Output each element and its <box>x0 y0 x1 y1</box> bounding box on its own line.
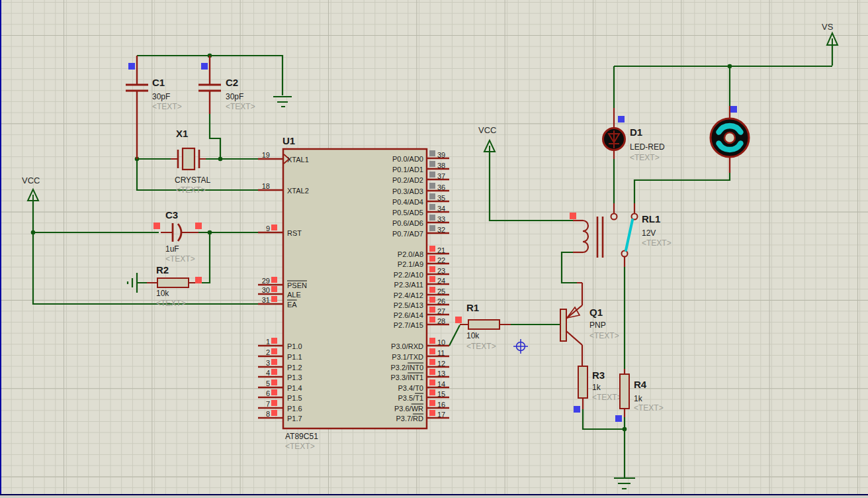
wire-xtal1-net[interactable] <box>137 114 258 159</box>
r3-text-placeholder[interactable]: <TEXT> <box>592 393 622 402</box>
r2-value-label[interactable]: 10k <box>156 289 169 298</box>
pin-label: P0.6/AD6 <box>392 219 423 227</box>
pin-number: 8 <box>266 410 270 418</box>
pin-number: 5 <box>266 379 270 387</box>
pin-number: 36 <box>437 183 445 191</box>
c3-ref-label[interactable]: C3 <box>165 209 178 221</box>
pin-marker <box>429 317 435 323</box>
pin-number: 38 <box>437 162 445 170</box>
schematic-sheet: VCC VCC VS C1 30pF <TEXT> C2 30pF <TEXT>… <box>0 0 868 498</box>
pin-marker <box>429 400 435 406</box>
rl1-ref-label[interactable]: RL1 <box>642 213 660 224</box>
terminal-marker <box>201 63 208 70</box>
wire-vs-rail-net[interactable] <box>614 45 832 66</box>
pin-marker <box>429 379 435 385</box>
pin-number: 7 <box>266 400 270 408</box>
c3-text-placeholder[interactable]: <TEXT> <box>165 254 195 264</box>
power-terminal-vcc-left[interactable] <box>28 189 38 201</box>
pin-label: P3.4/T0 <box>398 384 423 392</box>
r1-value-label[interactable]: 10k <box>466 331 480 340</box>
wire-rst-net[interactable] <box>33 232 258 283</box>
d1-text-placeholder[interactable]: <TEXT> <box>630 153 660 162</box>
u1-value-label[interactable]: AT89C51 <box>285 432 318 441</box>
q1-value-label[interactable]: PNP <box>589 321 606 330</box>
u1-text-placeholder[interactable]: <TEXT> <box>285 442 315 451</box>
r2-ref-label[interactable]: R2 <box>156 264 169 275</box>
relay-contact[interactable] <box>611 214 617 220</box>
terminal-marker <box>455 317 462 323</box>
c2-text-placeholder[interactable]: <TEXT> <box>226 102 255 111</box>
pin-marker <box>271 296 277 302</box>
x1-text-placeholder[interactable]: <TEXT> <box>176 185 206 195</box>
power-terminal-vs[interactable] <box>827 33 838 45</box>
pin-marker <box>429 348 435 354</box>
wire-coil-emitter-net[interactable] <box>562 252 577 283</box>
power-terminal-vcc-mid[interactable] <box>484 140 495 152</box>
terminal-marker <box>574 406 580 413</box>
r3-ref-label[interactable]: R3 <box>592 370 605 381</box>
pin-number: 39 <box>437 151 445 159</box>
r2-text-placeholder[interactable]: <TEXT> <box>156 299 186 308</box>
relay-contact[interactable] <box>622 251 628 257</box>
c3-value-label[interactable]: 1uF <box>165 244 179 254</box>
pin-marker <box>429 276 435 282</box>
relay-rl1[interactable] <box>573 203 638 267</box>
led-d1[interactable] <box>603 108 625 159</box>
pin-number: 2 <box>266 348 270 356</box>
c2-value-label[interactable]: 30pF <box>226 92 243 101</box>
pin-number: 6 <box>266 389 270 397</box>
wire-gnd-bottom-net[interactable] <box>583 409 635 489</box>
junction-dot <box>208 230 212 235</box>
resistor-r1[interactable] <box>460 320 511 329</box>
terminal-marker <box>570 213 576 219</box>
r4-ref-label[interactable]: R4 <box>634 379 647 390</box>
pin-label: P3.7/RD <box>396 415 423 423</box>
r1-text-placeholder[interactable]: <TEXT> <box>466 342 496 351</box>
r4-value-label[interactable]: 1k <box>634 394 643 403</box>
x1-value-label[interactable]: CRYSTAL <box>175 175 211 185</box>
q1-ref-label[interactable]: Q1 <box>589 307 603 318</box>
pin-number: 33 <box>437 215 445 223</box>
c1-value-label[interactable]: 30pF <box>152 92 170 101</box>
resistor-r4[interactable] <box>620 369 629 417</box>
pin-marker <box>271 286 277 292</box>
pin-number: 23 <box>437 267 445 275</box>
rl1-text-placeholder[interactable]: <TEXT> <box>642 238 672 248</box>
pin-label: P2.5/A13 <box>394 301 423 309</box>
pin-marker <box>429 297 435 303</box>
r4-text-placeholder[interactable]: <TEXT> <box>634 403 664 413</box>
pin-label: ALE <box>287 291 301 299</box>
pin-label: P2.7/A15 <box>394 321 423 329</box>
rl1-value-label[interactable]: 12V <box>642 228 656 238</box>
wire-vcc-ea-net[interactable] <box>33 201 258 304</box>
pin-label: P3.6/WR <box>394 405 423 413</box>
pin-label: P1.3 <box>287 374 302 381</box>
pin-label: P1.2 <box>287 364 302 372</box>
transistor-q1[interactable] <box>560 283 582 366</box>
r3-value-label[interactable]: 1k <box>592 383 601 392</box>
resistor-r3[interactable] <box>578 366 587 409</box>
d1-value-label[interactable]: LED-RED <box>630 142 665 152</box>
capacitor-c1[interactable] <box>126 56 148 159</box>
u1-ref-label[interactable]: U1 <box>282 135 295 146</box>
motor[interactable] <box>711 106 749 173</box>
x1-ref-label[interactable]: X1 <box>176 128 188 139</box>
pin-label: P0.4/AD4 <box>392 198 423 206</box>
d1-ref-label[interactable]: D1 <box>630 126 642 138</box>
r1-ref-label[interactable]: R1 <box>466 302 479 313</box>
wire-vcc-relay-net[interactable] <box>490 152 573 221</box>
ground-symbol-r2[interactable] <box>128 273 137 293</box>
c1-text-placeholder[interactable]: <TEXT> <box>152 102 182 111</box>
schematic-canvas[interactable]: VCC VCC VS C1 30pF <TEXT> C2 30pF <TEXT>… <box>0 0 868 498</box>
junction-dot <box>218 157 223 162</box>
crystal-x1[interactable] <box>171 148 206 170</box>
pin-label: P1.4 <box>287 384 302 392</box>
c1-ref-label[interactable]: C1 <box>152 77 165 88</box>
capacitor-c3[interactable] <box>161 223 198 242</box>
pin-number: 32 <box>437 226 445 234</box>
c2-ref-label[interactable]: C2 <box>226 77 238 88</box>
resistor-r2[interactable] <box>147 278 200 287</box>
terminal-marker <box>128 63 135 70</box>
terminal-marker <box>195 223 202 229</box>
q1-text-placeholder[interactable]: <TEXT> <box>589 331 619 340</box>
